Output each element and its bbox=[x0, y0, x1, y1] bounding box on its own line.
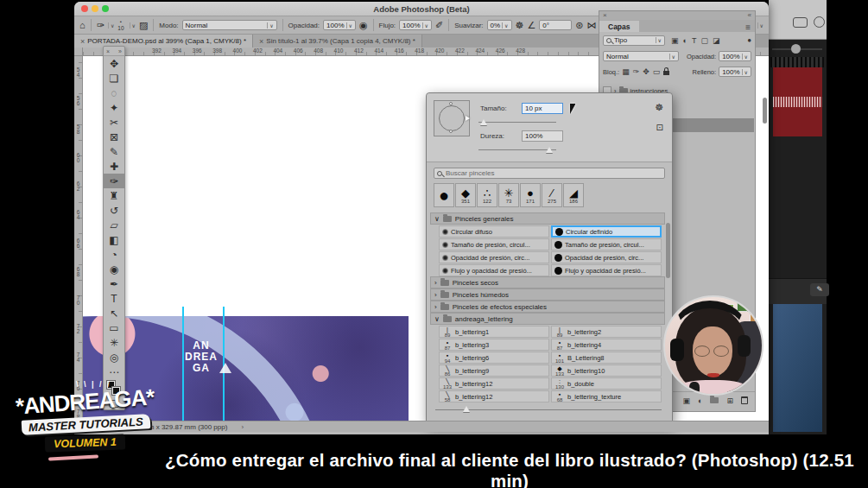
add-mask-icon[interactable]: ▣ bbox=[683, 396, 691, 405]
brush-group-header[interactable]: ›Pinceles húmedos bbox=[430, 288, 665, 301]
pixel-filter-icon[interactable]: ▣ bbox=[671, 36, 679, 45]
shape-tool[interactable]: ▭ bbox=[104, 320, 124, 335]
double-collapse-icon[interactable]: « bbox=[748, 11, 751, 20]
type-filter-icon[interactable]: T bbox=[692, 36, 697, 45]
angle-input[interactable]: 0° bbox=[539, 20, 572, 30]
brush-item[interactable]: Flujo y opacidad de presió... bbox=[439, 264, 549, 276]
pressure-size-icon[interactable]: ⊛ bbox=[575, 21, 583, 30]
eyedropper-tool[interactable]: ✎ bbox=[104, 144, 124, 159]
new-preset-icon[interactable]: ⊡ bbox=[656, 123, 663, 132]
brush-item[interactable]: Circular difuso bbox=[439, 225, 549, 238]
move-tool[interactable]: ✥ bbox=[104, 56, 124, 71]
layer-opacity-select[interactable]: 100%∨ bbox=[719, 51, 751, 61]
brush-item[interactable]: ▪68b_lettering_texture bbox=[551, 390, 662, 402]
gradient-tool[interactable]: ◧ bbox=[104, 232, 124, 247]
brush-thumb-blob[interactable]: ●171 bbox=[520, 183, 541, 207]
layer-fill-select[interactable]: 100%∨ bbox=[719, 67, 751, 77]
filter-pin-icon[interactable]: ● bbox=[747, 36, 751, 44]
smoothing-select[interactable]: 0%∨ bbox=[487, 20, 512, 30]
marquee-tool[interactable]: ❏ bbox=[104, 71, 124, 86]
new-layer-icon[interactable]: ⊞ bbox=[726, 396, 733, 405]
brush-item[interactable]: Circular definido bbox=[551, 225, 662, 238]
brush-item[interactable]: Opacidad de presión, circ... bbox=[439, 251, 549, 263]
brush-item[interactable]: Tamaño de presión, circul... bbox=[551, 238, 662, 250]
hardness-slider-handle[interactable] bbox=[546, 147, 553, 153]
brush-thumb-round[interactable]: ● bbox=[434, 183, 454, 207]
brush-thumb-pencil[interactable]: ∕275 bbox=[542, 183, 562, 207]
angle-handle[interactable] bbox=[449, 102, 453, 105]
clone-stamp-tool[interactable]: ♜ bbox=[104, 188, 124, 203]
roundness-handle[interactable] bbox=[466, 116, 470, 121]
brush-group-header[interactable]: ›Pinceles de efectos especiales bbox=[430, 301, 665, 313]
brush-angle-preview[interactable] bbox=[434, 100, 470, 136]
brush-group-header[interactable]: ∨Pinceles generales bbox=[430, 212, 665, 225]
crop-tool[interactable]: ✂ bbox=[104, 115, 124, 130]
brush-size-input[interactable]: 10 px bbox=[522, 103, 563, 114]
tab-capas[interactable]: Capas bbox=[599, 21, 639, 32]
brush-item[interactable]: ▪101B_Lettering8 bbox=[551, 352, 662, 364]
brush-thumb-chalk[interactable]: ✳73 bbox=[498, 183, 519, 207]
close-icon[interactable]: × bbox=[106, 48, 110, 54]
lasso-tool[interactable]: ◌ bbox=[104, 86, 124, 100]
opacity-select[interactable]: 100%∨ bbox=[323, 20, 356, 30]
brush-item[interactable]: Opacidad de presión, circ... bbox=[551, 251, 662, 263]
flow-select[interactable]: 100%∨ bbox=[399, 20, 432, 30]
lock-position-icon[interactable]: ✥ bbox=[643, 67, 649, 76]
healing-brush-tool[interactable]: ✚ bbox=[104, 159, 124, 174]
smart-object-filter-icon[interactable]: ◪ bbox=[713, 36, 720, 45]
brush-search-field[interactable]: Buscar pinceles bbox=[434, 168, 665, 179]
home-icon[interactable]: ⌂ bbox=[79, 21, 86, 30]
pen-tool[interactable]: ✒ bbox=[104, 276, 124, 291]
document-tab[interactable]: ×PORTADA-DEMO.psd al 399% (Capa 1, CMYK/… bbox=[74, 35, 253, 48]
hand-tool[interactable]: ✳ bbox=[104, 335, 124, 350]
brush-item[interactable]: :130b_double bbox=[551, 377, 662, 390]
brush-item[interactable]: •87b_lettering3 bbox=[439, 339, 549, 351]
annotate-icon[interactable]: ✎ bbox=[810, 283, 829, 296]
eraser-tool[interactable]: ▱ bbox=[104, 218, 124, 232]
brush-list-scrollbar[interactable] bbox=[666, 223, 670, 278]
edit-toolbar[interactable]: ⋯ bbox=[104, 364, 124, 379]
airbrush-icon[interactable]: ✐ bbox=[435, 21, 443, 30]
filter-type-select[interactable]: Tipo∨ bbox=[603, 35, 665, 46]
hardness-slider[interactable] bbox=[478, 149, 556, 150]
zoom-slider-knob[interactable] bbox=[791, 44, 801, 54]
type-tool[interactable]: T bbox=[104, 291, 124, 306]
close-tab-icon[interactable]: × bbox=[80, 37, 85, 46]
gear-icon[interactable]: ☸ bbox=[655, 102, 663, 113]
brush-item[interactable]: |89b_lettering2 bbox=[551, 326, 662, 338]
toggle-panels-icon[interactable]: ▨ bbox=[139, 21, 148, 30]
brush-item[interactable]: ╲133b_lettering12 bbox=[439, 377, 549, 390]
smoothing-gear-icon[interactable]: ☸ bbox=[516, 21, 524, 30]
blur-tool[interactable]: ◔ bbox=[104, 247, 124, 262]
brush-size-picker[interactable]: •10 bbox=[117, 19, 124, 32]
lock-pixels-icon[interactable]: ✑ bbox=[633, 67, 640, 76]
zoom-tool[interactable]: ◎ bbox=[104, 350, 124, 364]
symmetry-icon[interactable]: ⋈ bbox=[586, 21, 596, 30]
canvas-scrollbar[interactable] bbox=[763, 98, 767, 124]
angle-handle[interactable] bbox=[449, 130, 453, 133]
brush-preset-picker[interactable]: ✑∨ bbox=[97, 21, 115, 30]
video-clip[interactable] bbox=[773, 304, 822, 432]
close-tab-icon[interactable]: × bbox=[259, 37, 263, 46]
size-slider[interactable] bbox=[478, 122, 556, 123]
brush-item[interactable]: Tamaño de presión, circul... bbox=[439, 238, 549, 250]
brush-item[interactable]: ╲58b_lettering12 bbox=[439, 390, 549, 402]
brush-item[interactable]: •87b_lettering4 bbox=[551, 339, 662, 351]
brush-item[interactable]: ◆133b_lettering10 bbox=[551, 364, 662, 377]
blend-mode-select[interactable]: Normal∨ bbox=[603, 51, 679, 61]
hardness-input[interactable]: 100% bbox=[522, 130, 563, 142]
audio-clip[interactable] bbox=[773, 67, 822, 136]
object-selection-tool[interactable]: ✦ bbox=[104, 100, 124, 115]
comment-icon[interactable] bbox=[793, 17, 808, 28]
frame-tool[interactable]: ⊠ bbox=[104, 130, 124, 144]
brush-item[interactable]: |89b_lettering1 bbox=[439, 326, 549, 338]
shape-filter-icon[interactable]: ▢ bbox=[700, 36, 708, 45]
brush-tool[interactable]: ✑ bbox=[104, 174, 124, 188]
path-select-tool[interactable]: ↖ bbox=[104, 306, 124, 320]
dodge-tool[interactable]: ◉ bbox=[104, 262, 124, 276]
brush-item[interactable]: Flujo y opacidad de presió... bbox=[551, 264, 662, 276]
mode-select[interactable]: Normal∨ bbox=[182, 20, 277, 30]
lock-transparency-icon[interactable]: ▦ bbox=[622, 67, 630, 76]
brush-thumb-fan[interactable]: ◢186 bbox=[563, 183, 584, 207]
brush-group-header[interactable]: ∨andreaga_lettering bbox=[430, 313, 665, 325]
